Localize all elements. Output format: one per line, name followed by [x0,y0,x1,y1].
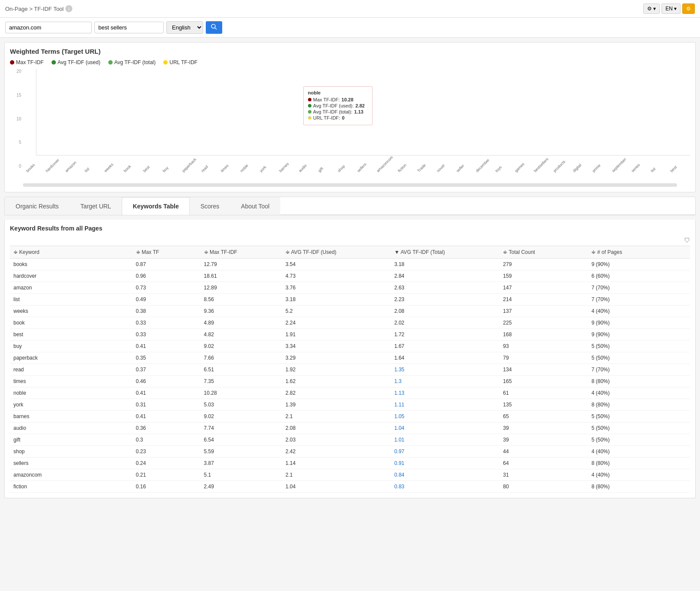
bar-group [76,69,94,155]
bar-group [230,69,248,155]
lang-button[interactable]: EN [661,3,681,14]
cell-keyword: amazoncom [10,469,133,481]
x-labels: bookshardcoveramazonlistweeksbookbestbuy… [23,169,690,182]
table-row: amazoncom 0.21 5.1 2.1 0.84 31 4 (40%) [10,469,690,481]
cell-avg-total: 1.01 [391,434,499,446]
cell-keyword: noble [10,387,133,399]
cell-max-tfidf: 2.49 [201,481,282,493]
cell-max-tfidf: 10.28 [201,387,282,399]
bar-group [421,69,439,155]
cell-avg-total: 1.04 [391,422,499,434]
tab-keywords[interactable]: Keywords Table [122,197,189,215]
col-header-avg-tfidf-used[interactable]: ≑ AVG TF-IDF (Used) [282,246,391,259]
y-label-0: 0 [10,164,21,169]
y-label-15: 15 [10,93,21,97]
col-header-avg-tfidf-total[interactable]: ▼ AVG TF-IDF (Total) [391,246,499,259]
bar-group [211,69,229,155]
tooltip-dot-avg-total [308,110,311,114]
cell-pages: 8 (80%) [588,376,690,387]
tooltip-val-max: 10.28 [341,97,353,102]
cell-max-tf: 0.23 [133,446,201,458]
cell-pages: 7 (70%) [588,282,690,294]
cell-max-tfidf: 6.54 [201,434,282,446]
chart-scrollbar[interactable] [23,183,677,187]
cell-avg-total: 0.91 [391,458,499,469]
svg-line-1 [215,28,217,29]
cell-keyword: fiction [10,481,133,493]
cell-max-tf: 0.35 [133,352,201,364]
info-icon[interactable]: i [65,5,72,12]
tab-organic[interactable]: Organic Results [5,197,70,215]
cell-max-tfidf: 5.59 [201,446,282,458]
gear-button[interactable] [643,3,660,14]
table-row: books 0.87 12.79 3.54 3.18 279 9 (90%) [10,259,690,270]
cell-avg-used: 2.1 [282,469,391,481]
bar-group [38,69,56,155]
settings-button[interactable] [682,3,695,14]
tab-scores[interactable]: Scores [190,197,230,215]
cell-avg-total: 1.35 [391,364,499,376]
cell-max-tfidf: 9.02 [201,341,282,352]
bar-group [498,69,516,155]
bar-group [555,69,573,155]
bar-group [459,69,477,155]
table-header: ≑ Keyword ≑ Max TF ≑ Max TF-IDF ≑ AVG TF… [10,246,690,259]
col-header-max-tf[interactable]: ≑ Max TF [133,246,201,259]
cell-avg-total: 2.23 [391,294,499,305]
legend-item-avg-used: Avg TF-IDF (used) [52,59,100,65]
bar-group [115,69,133,155]
cell-total-count: 64 [499,458,588,469]
table-body: books 0.87 12.79 3.54 3.18 279 9 (90%) h… [10,259,690,493]
legend-label-max: Max TF-IDF [16,59,44,65]
cell-max-tf: 0.41 [133,411,201,422]
cell-total-count: 147 [499,282,588,294]
bar-group [440,69,458,155]
cell-avg-used: 2.03 [282,434,391,446]
keyword-input[interactable] [94,22,164,33]
cell-max-tf: 0.87 [133,259,201,270]
top-right-buttons: EN [643,3,695,14]
cell-avg-used: 3.29 [282,352,391,364]
tab-target[interactable]: Target URL [70,197,122,215]
tab-about[interactable]: About Tool [230,197,280,215]
cell-max-tfidf: 8.56 [201,294,282,305]
bar-group [134,69,152,155]
bar-group [172,69,190,155]
cell-avg-total: 1.11 [391,399,499,411]
table-row: times 0.46 7.35 1.62 1.3 165 8 (80%) [10,376,690,387]
cell-max-tfidf: 7.35 [201,376,282,387]
cell-total-count: 165 [499,376,588,387]
cell-max-tf: 0.21 [133,469,201,481]
table-row: fiction 0.16 2.49 1.04 0.83 80 8 (80%) [10,481,690,493]
col-header-total-count[interactable]: ≑ Total Count [499,246,588,259]
cell-avg-total: 1.05 [391,411,499,422]
bars-container: noble Max TF-IDF: 10.28 Avg TF-IDF (used… [23,69,690,169]
col-header-pages[interactable]: ≑ # of Pages [588,246,690,259]
cell-keyword: buy [10,341,133,352]
search-button[interactable] [206,21,222,34]
col-header-keyword[interactable]: ≑ Keyword [10,246,133,259]
cell-max-tf: 0.96 [133,270,201,282]
filter-icon[interactable]: ⛉ [684,237,690,244]
cell-keyword: gift [10,434,133,446]
tooltip-row-max: Max TF-IDF: 10.28 [308,97,368,102]
cell-pages: 5 (50%) [588,352,690,364]
bar-group [268,69,286,155]
cell-avg-total: 0.83 [391,481,499,493]
cell-avg-total: 0.84 [391,469,499,481]
tooltip-label-avg-used: Avg TF-IDF (used): [313,103,354,108]
col-header-max-tfidf[interactable]: ≑ Max TF-IDF [201,246,282,259]
cell-pages: 5 (50%) [588,434,690,446]
cell-total-count: 39 [499,422,588,434]
url-input[interactable] [5,22,92,33]
cell-pages: 6 (60%) [588,270,690,282]
chevron-down-icon [653,6,656,12]
cell-pages: 5 (50%) [588,411,690,422]
cell-pages: 4 (40%) [588,387,690,399]
bar-group [57,69,75,155]
cell-max-tf: 0.36 [133,422,201,434]
cell-max-tf: 0.41 [133,341,201,352]
cell-avg-used: 5.2 [282,305,391,317]
language-select[interactable]: English Spanish [166,21,203,34]
cell-max-tfidf: 9.36 [201,305,282,317]
